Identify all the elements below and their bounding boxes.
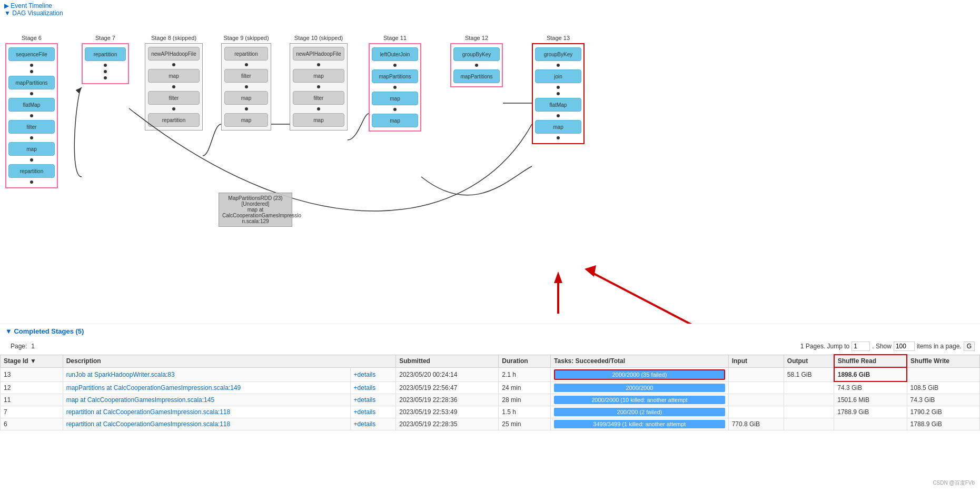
table-row: 12 mapPartitions at CalcCooperationGames… [1,381,980,394]
table-header: Stage Id ▼ Description Submitted Duratio… [1,355,980,367]
stage-7: Stage 7 repartition [82,35,129,84]
desc-link-7[interactable]: repartition at CalcCooperationGamesImpre… [66,408,231,416]
node-leftouterjoin-11: leftOuterJoin [372,47,418,61]
stage-6: Stage 6 sequenceFile mapPartitions flatM… [5,35,58,188]
node-map-10b: map [293,113,344,127]
col-shuffle-read: Shuffle Read [834,355,907,367]
table-row: 7 repartition at CalcCooperationGamesImp… [1,406,980,418]
node-repartition-8: repartition [148,113,200,127]
stage-13: Stage 13 groupByKey join flatMap map [532,35,585,144]
stages-table: Stage Id ▼ Description Submitted Duratio… [0,354,980,430]
svg-marker-4 [585,265,596,277]
table-body: 13 runJob at SparkHadoopWriter.scala:83 … [1,367,980,430]
table-controls: Page: 1 1 Pages. Jump to . Show items in… [0,338,980,354]
event-timeline-link[interactable]: ▶ Event Timeline [4,2,52,9]
node-repartition-6: repartition [8,164,55,178]
table-row: 11 map at CalcCooperationGamesImpression… [1,394,980,406]
stage-12: Stage 12 groupByKey mapPartitions [450,35,503,87]
node-filter-10: filter [293,91,344,105]
node-flatmap-6: flatMap [8,98,55,112]
node-map-9a: map [224,91,268,105]
stage-9: Stage 9 (skipped) repartition filter map… [221,35,271,130]
col-input: Input [728,355,784,367]
col-submitted: Submitted [396,355,499,367]
desc-link-13[interactable]: runJob at SparkHadoopWriter.scala:83 [66,371,175,378]
desc-link-6[interactable]: repartition at CalcCooperationGamesImpre… [66,420,231,428]
node-map-10a: map [293,69,344,83]
node-sequencefile: sequenceFile [8,47,55,61]
svg-line-3 [590,272,711,324]
node-mappartitions-12: mapPartitions [453,69,500,83]
table-row: 13 runJob at SparkHadoopWriter.scala:83 … [1,367,980,381]
node-map-9b: map [224,113,268,127]
stage-10: Stage 10 (skipped) newAPIHadoopFile map … [290,35,348,130]
node-map-11b: map [372,114,418,127]
desc-link-12[interactable]: mapPartitions at CalcCooperationGamesImp… [66,384,241,391]
svg-marker-2 [554,272,562,283]
page-info: Page: 1 [5,340,42,352]
jump-to-input[interactable] [852,342,870,351]
node-filter-8: filter [148,91,200,105]
node-groupbykey-13: groupByKey [535,47,581,61]
node-newapi-10: newAPIHadoopFile [293,47,344,61]
top-nav: ▶ Event Timeline ▼ DAG Visualization [0,0,980,19]
dag-visualization-link[interactable]: ▼ DAG Visualization [4,9,63,17]
desc-link-11[interactable]: map at CalcCooperationGamesImpression.sc… [66,396,214,404]
node-filter-9: filter [224,69,268,83]
node-newapi-8: newAPIHadoopFile [148,47,200,61]
node-map-11a: map [372,92,418,105]
node-map-6: map [8,142,55,156]
node-repartition-9: repartition [224,47,268,61]
col-shuffle-write: Shuffle Write [907,355,979,367]
completed-stages-header[interactable]: ▼ Completed Stages (5) [0,324,980,338]
show-items-input[interactable] [894,342,915,351]
col-duration: Duration [499,355,551,367]
node-map-8: map [148,69,200,83]
col-tasks: Tasks: Succeeded/Total [551,355,729,367]
table-row: 6 repartition at CalcCooperationGamesImp… [1,418,980,430]
go-button[interactable]: G [964,342,975,351]
node-filter-6: filter [8,120,55,134]
node-map-13: map [535,120,581,134]
completed-stages-section: ▼ Completed Stages (5) Page: 1 1 Pages. … [0,324,980,430]
col-description: Description [63,355,396,367]
col-output: Output [784,355,834,367]
col-stage-id[interactable]: Stage Id ▼ [1,355,63,367]
dag-container: Stage 6 sequenceFile mapPartitions flatM… [0,19,980,324]
node-flatmap-13: flatMap [535,98,581,112]
stage-11: Stage 11 leftOuterJoin mapPartitions map… [369,35,421,132]
node-repartition-7: repartition [85,47,126,61]
node-groupbykey-12: groupByKey [453,47,500,61]
dag-tooltip: MapPartitionsRDD (23) [Unordered] map at… [219,193,292,227]
stage-8: Stage 8 (skipped) newAPIHadoopFile map f… [145,35,203,130]
node-mappartitions-11: mapPartitions [372,69,418,83]
jump-controls: 1 Pages. Jump to . Show items in a page.… [800,342,975,351]
node-mappartitions-6: mapPartitions [8,76,55,89]
node-join-13: join [535,69,581,83]
